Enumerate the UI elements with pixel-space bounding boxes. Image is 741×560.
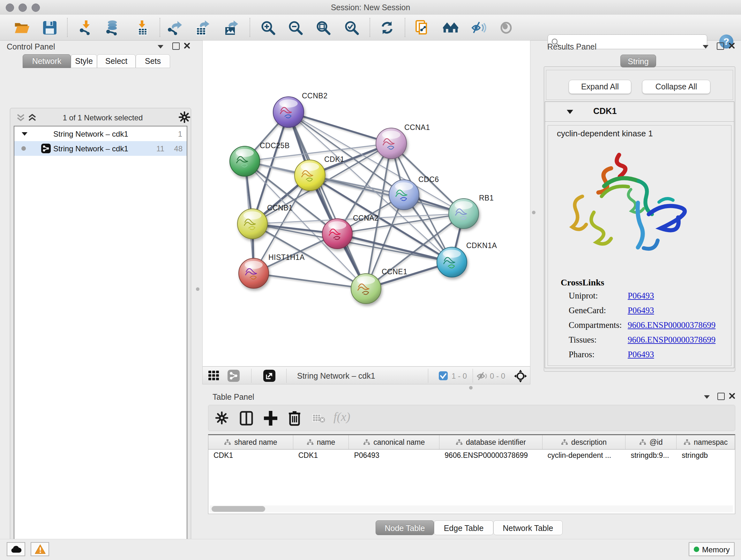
node-CDC25B[interactable] (230, 146, 260, 176)
zoom-fit-icon[interactable] (316, 20, 331, 36)
left-divider-grip[interactable] (196, 287, 199, 291)
panel-menu-icon[interactable] (702, 44, 709, 49)
panel-menu-icon[interactable] (703, 394, 711, 399)
panel-menu-icon[interactable] (157, 44, 164, 49)
refresh-view-icon[interactable] (380, 20, 395, 36)
edge-HIST1H1A-CCNE1[interactable] (254, 273, 366, 289)
add-column-icon[interactable] (263, 410, 278, 426)
hidden-eye-slash-icon[interactable] (476, 371, 488, 381)
expand-all-button[interactable]: Expand All (569, 80, 631, 94)
panel-float-icon[interactable] (172, 43, 180, 50)
selected-checkbox-icon[interactable] (439, 371, 448, 380)
crosslink-value-link[interactable]: P06493 (628, 291, 654, 301)
cloud-status-button[interactable] (7, 542, 25, 556)
network-graph[interactable]: CCNB2CCNA1CDC25BCDK1CDC6RB1CCNB1CCNA2CDK… (203, 41, 530, 366)
column-header-name[interactable]: name (293, 435, 349, 449)
show-all-panels-icon[interactable] (443, 20, 458, 36)
gray-eye-icon[interactable] (498, 20, 514, 36)
table-cell[interactable]: stringdb (677, 449, 735, 462)
tab-select[interactable]: Select (97, 54, 136, 68)
collapse-all-button[interactable]: Collapse All (642, 80, 711, 94)
expand-all-icon[interactable] (28, 114, 37, 122)
node-CDK1[interactable] (294, 160, 325, 191)
network-collection-row[interactable]: String Network – cdk1 1 (14, 126, 187, 141)
delete-column-trash-icon[interactable] (288, 410, 301, 426)
table-cell[interactable]: CDK1 (208, 449, 293, 462)
node-CDKN1A[interactable] (437, 247, 467, 277)
open-in-cytoscape-web-icon[interactable] (414, 20, 429, 36)
grid-view-icon[interactable] (208, 371, 219, 381)
node-RB1[interactable] (449, 199, 479, 229)
column-header-description[interactable]: description (542, 435, 626, 449)
edge-CCNB2-CCNE1[interactable] (288, 112, 366, 289)
string-view-icon[interactable] (227, 370, 240, 382)
panel-close-icon[interactable] (729, 43, 735, 49)
table-cell[interactable]: stringdb:9... (625, 449, 677, 462)
panel-float-icon[interactable] (717, 43, 724, 50)
node-HIST1H1A[interactable] (239, 258, 269, 288)
crosslink-value-link[interactable]: P06493 (628, 350, 654, 360)
tab-sets[interactable]: Sets (136, 54, 170, 68)
column-header-namespac[interactable]: namespac (677, 435, 735, 449)
node-CCNE1[interactable] (351, 273, 381, 304)
zoom-out-icon[interactable] (288, 20, 303, 36)
import-network-database-icon[interactable] (105, 20, 120, 36)
crosslink-value-link[interactable]: 9606.ENSP00000378699 (628, 320, 716, 330)
table-gear-icon[interactable] (215, 412, 228, 424)
panel-float-icon[interactable] (718, 393, 725, 400)
tab-network[interactable]: Network (23, 54, 71, 68)
tab-string[interactable]: String (620, 55, 656, 67)
open-external-view-icon[interactable] (263, 370, 275, 382)
birdseye-crosshair-icon[interactable] (514, 370, 527, 382)
export-network-icon[interactable] (167, 20, 183, 36)
tab-network-table[interactable]: Network Table (493, 520, 562, 535)
open-session-icon[interactable] (14, 20, 29, 36)
column-header-database-identifier[interactable]: database identifier (440, 435, 542, 449)
network-canvas[interactable]: CCNB2CCNA1CDC25BCDK1CDC6RB1CCNB1CCNA2CDK… (202, 40, 530, 367)
zoom-in-icon[interactable] (260, 20, 276, 36)
node-CDC6[interactable] (389, 180, 419, 210)
export-image-icon[interactable] (223, 20, 239, 36)
zoom-selected-icon[interactable] (344, 20, 359, 36)
export-table-icon[interactable] (195, 20, 210, 36)
panel-close-icon[interactable] (729, 393, 735, 399)
node-CCNB1[interactable] (238, 209, 267, 239)
tab-style[interactable]: Style (71, 54, 97, 68)
memory-button[interactable]: Memory (689, 542, 735, 556)
crosslink-value-link[interactable]: P06493 (628, 306, 654, 315)
warning-icon (35, 544, 46, 554)
node-CCNB2[interactable] (273, 97, 304, 127)
show-columns-icon[interactable] (240, 411, 253, 426)
table-hscroll-thumb[interactable] (212, 506, 265, 512)
column-header-canonical-name[interactable]: canonical name (349, 435, 440, 449)
collapse-all-icon[interactable] (16, 114, 25, 122)
column-header--id[interactable]: @id (625, 435, 677, 449)
tree-expander-icon[interactable] (21, 132, 28, 136)
tab-edge-table[interactable]: Edge Table (434, 520, 493, 535)
table-cell[interactable]: P06493 (349, 449, 440, 462)
node-CCNA2[interactable] (322, 219, 352, 249)
gene-section-header[interactable]: CDK1 (545, 102, 734, 122)
save-session-icon[interactable] (42, 20, 57, 36)
panel-close-icon[interactable] (184, 43, 190, 49)
column-header-shared-name[interactable]: shared name (208, 435, 293, 449)
table-row[interactable]: CDK1CDK1P064939606.ENSP00000378699cyclin… (208, 449, 735, 462)
network-row-selected[interactable]: String Network – cdk1 11 48 (14, 141, 187, 156)
table-cell[interactable]: CDK1 (293, 449, 349, 462)
table-cell[interactable]: cyclin-dependent ... (542, 449, 626, 462)
table-hscrollbar[interactable] (210, 505, 733, 512)
node-CCNA1[interactable] (376, 128, 407, 159)
import-network-file-icon[interactable] (78, 20, 94, 36)
table-cell[interactable]: 9606.ENSP00000378699 (440, 449, 542, 462)
hide-panels-eye-slash-icon[interactable] (471, 20, 486, 36)
section-expander-icon[interactable] (566, 109, 574, 115)
bottom-divider-grip[interactable] (469, 386, 473, 389)
edge-CCNB2-CCNA1[interactable] (288, 112, 391, 143)
collection-label: String Network – cdk1 (53, 130, 128, 138)
import-table-file-icon[interactable] (135, 20, 150, 36)
warning-status-button[interactable] (30, 542, 49, 556)
crosslink-value-link[interactable]: 9606.ENSP00000378699 (628, 335, 716, 345)
network-options-gear-icon[interactable] (179, 111, 190, 123)
tab-node-table[interactable]: Node Table (376, 520, 434, 535)
right-divider-grip[interactable] (532, 211, 536, 214)
